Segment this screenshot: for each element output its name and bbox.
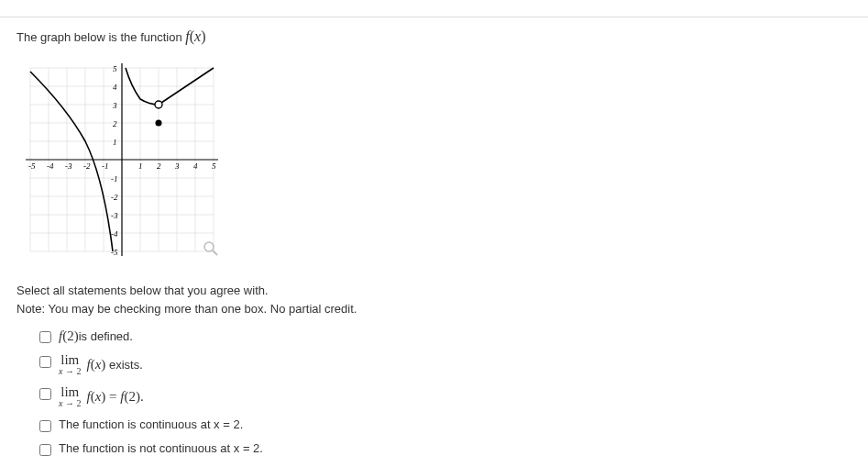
options-list: f(2) is defined. lim x → 2 f(x) exists. …	[39, 328, 852, 456]
svg-text:-4: -4	[47, 161, 54, 171]
svg-text:3: 3	[174, 161, 180, 171]
option-4-checkbox[interactable]	[39, 420, 51, 432]
svg-text:1: 1	[138, 161, 143, 171]
option-3: lim x → 2 f(x) = f(2).	[39, 385, 852, 408]
svg-text:4: 4	[113, 83, 117, 92]
svg-text:-1: -1	[111, 174, 118, 183]
svg-text:-3: -3	[65, 161, 72, 171]
option-3-label: lim x → 2 f(x) = f(2).	[59, 385, 144, 408]
svg-text:-1: -1	[102, 161, 109, 171]
limit-symbol: lim x → 2	[59, 353, 81, 376]
function-graph: -5-4-3 -2-1 123 45 543 21 -1-2-3 -4-5	[21, 59, 852, 263]
svg-text:3: 3	[112, 101, 117, 110]
svg-text:-5: -5	[28, 161, 36, 171]
option-1-checkbox[interactable]	[39, 331, 51, 343]
option-2: lim x → 2 f(x) exists.	[39, 353, 852, 376]
svg-text:5: 5	[212, 161, 216, 171]
graph-svg: -5-4-3 -2-1 123 45 543 21 -1-2-3 -4-5	[21, 59, 223, 261]
open-point-icon	[155, 101, 162, 108]
prompt-prefix: The graph below is the function	[16, 30, 185, 44]
svg-line-43	[213, 250, 217, 255]
question-prompt: The graph below is the function f(x)	[16, 28, 852, 45]
option-5: The function is not continuous at x = 2.	[39, 441, 852, 456]
function-label: f(x)	[185, 28, 205, 44]
option-3-checkbox[interactable]	[39, 388, 51, 400]
option-2-label: lim x → 2 f(x) exists.	[59, 353, 143, 376]
option-1-label: f(2) is defined.	[59, 328, 133, 344]
option-2-checkbox[interactable]	[39, 356, 51, 368]
svg-text:5: 5	[113, 64, 117, 73]
limit-symbol: lim x → 2	[59, 385, 81, 408]
svg-text:-2: -2	[111, 193, 118, 202]
svg-text:-2: -2	[83, 161, 91, 171]
instruction-line1: Select all statements below that you agr…	[16, 284, 269, 297]
option-1: f(2) is defined.	[39, 328, 852, 344]
svg-text:-3: -3	[111, 211, 118, 220]
svg-text:2: 2	[113, 119, 117, 128]
option-4: The function is continuous at x = 2.	[39, 417, 852, 432]
option-5-checkbox[interactable]	[39, 444, 51, 456]
svg-text:4: 4	[193, 161, 198, 171]
instruction-line2: Note: You may be checking more than one …	[16, 302, 357, 316]
option-5-label: The function is not continuous at x = 2.	[59, 441, 263, 455]
svg-text:1: 1	[113, 138, 117, 147]
svg-text:-4: -4	[111, 229, 118, 239]
magnifier-icon	[204, 242, 217, 255]
svg-text:2: 2	[157, 161, 161, 171]
option-4-label: The function is continuous at x = 2.	[59, 417, 243, 431]
instruction-text: Select all statements below that you agr…	[16, 282, 852, 317]
svg-point-42	[204, 242, 214, 251]
closed-point-icon	[156, 120, 162, 127]
